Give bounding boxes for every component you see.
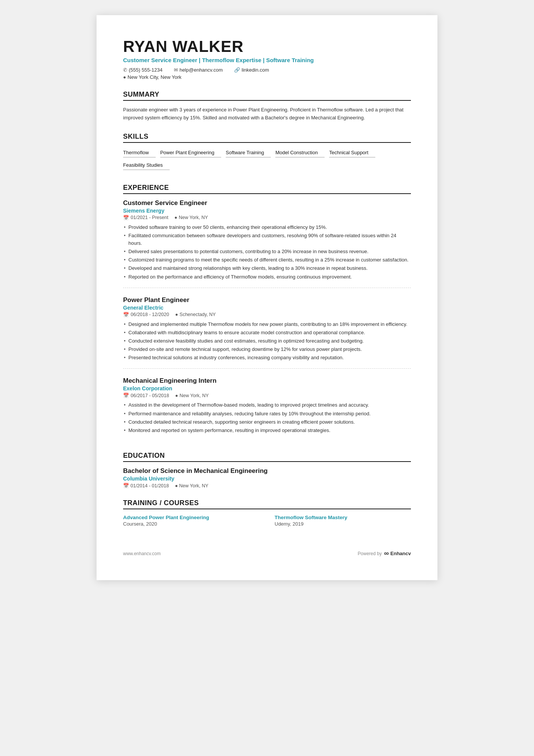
footer-website: www.enhancv.com <box>123 551 161 556</box>
job-3-bullet-3: Conducted detailed technical research, s… <box>123 418 411 426</box>
job-2-bullet-2: Collaborated with multidisciplinary team… <box>123 329 411 337</box>
experience-section-title: EXPERIENCE <box>123 184 411 194</box>
training-item-1: Advanced Power Plant Engineering Courser… <box>123 515 259 527</box>
calendar-icon-edu: 📅 <box>123 483 129 488</box>
powered-by-text: Powered by <box>358 551 382 556</box>
job-1-location: ● New York, NY <box>174 215 208 220</box>
job-3-bullet-2: Performed maintenance and reliability an… <box>123 410 411 418</box>
job-1: Customer Service Engineer Siemens Energy… <box>123 199 411 288</box>
edu-meta-location: ● New York, NY <box>175 483 208 488</box>
location-icon-1: ● <box>174 215 177 220</box>
training-2-title: Thermoflow Software Mastery <box>275 515 411 520</box>
linkedin-contact: 🔗 linkedin.com <box>234 67 269 73</box>
job-2-company: General Electric <box>123 305 411 311</box>
job-2-bullet-3: Conducted extensive feasibility studies … <box>123 337 411 345</box>
skills-section: SKILLS Thermoflow Power Plant Engineerin… <box>123 133 411 173</box>
header-location-row: ● New York City, New York <box>123 74 411 80</box>
location-icon-edu: ● <box>175 483 178 488</box>
job-1-bullet-3: Delivered sales presentations to potenti… <box>123 248 411 255</box>
training-section: TRAINING / COURSES Advanced Power Plant … <box>123 499 411 527</box>
job-1-company: Siemens Energy <box>123 208 411 214</box>
edu-school: Columbia University <box>123 476 411 482</box>
linkedin-value: linkedin.com <box>242 67 269 73</box>
training-section-title: TRAINING / COURSES <box>123 499 411 509</box>
job-2-bullet-4: Provided on-site and remote technical su… <box>123 346 411 353</box>
job-2-bullet-1: Designed and implemented multiple Thermo… <box>123 321 411 328</box>
summary-text: Passionate engineer with 3 years of expe… <box>123 106 411 122</box>
job-2-title: Power Plant Engineer <box>123 296 411 304</box>
candidate-name: RYAN WALKER <box>123 38 411 55</box>
job-2: Power Plant Engineer General Electric 📅 … <box>123 296 411 369</box>
skill-power-plant-engineering: Power Plant Engineering <box>160 148 221 158</box>
job-2-meta: 📅 06/2018 - 12/2020 ● Schenectady, NY <box>123 312 411 318</box>
job-1-bullets: Provided software training to over 50 cl… <box>123 224 411 281</box>
resume-header: RYAN WALKER Customer Service Engineer | … <box>123 38 411 80</box>
calendar-icon-2: 📅 <box>123 312 129 318</box>
brand-name: Enhancv <box>390 551 411 556</box>
job-1-bullet-2: Facilitated communication between softwa… <box>123 232 411 247</box>
resume-footer: www.enhancv.com Powered by ∞ Enhancv <box>123 549 411 557</box>
phone-contact: ✆ (555) 555-1234 <box>123 67 162 73</box>
job-1-bullet-6: Reported on the performance and efficien… <box>123 273 411 281</box>
job-3-bullets: Assisted in the development of Thermoflo… <box>123 401 411 434</box>
job-2-bullet-5: Presented technical solutions at industr… <box>123 354 411 362</box>
phone-value: (555) 555-1234 <box>129 67 162 73</box>
job-3-company: Exelon Corporation <box>123 385 411 391</box>
edu-degree: Bachelor of Science in Mechanical Engine… <box>123 467 411 475</box>
skill-feasibility-studies: Feasibility Studies <box>123 161 170 170</box>
calendar-icon-1: 📅 <box>123 215 129 221</box>
skill-technical-support: Technical Support <box>329 148 375 158</box>
training-grid: Advanced Power Plant Engineering Courser… <box>123 515 411 527</box>
job-1-meta: 📅 01/2021 - Present ● New York, NY <box>123 215 411 221</box>
email-icon: ✉ <box>174 67 178 73</box>
skills-list: Thermoflow Power Plant Engineering Softw… <box>123 148 411 173</box>
experience-section: EXPERIENCE Customer Service Engineer Sie… <box>123 184 411 441</box>
location-icon-2: ● <box>175 312 178 317</box>
skill-thermoflow: Thermoflow <box>123 148 156 158</box>
enhancv-logo: ∞ Enhancv <box>384 549 411 557</box>
location-contact: ● New York City, New York <box>123 74 181 80</box>
job-3-title: Mechanical Engineering Intern <box>123 377 411 385</box>
enhancv-logo-icon: ∞ <box>384 549 389 557</box>
job-3-location: ● New York, NY <box>175 393 209 398</box>
candidate-title: Customer Service Engineer | Thermoflow E… <box>123 57 411 63</box>
job-1-bullet-5: Developed and maintained strong relation… <box>123 265 411 272</box>
skill-software-training: Software Training <box>226 148 271 158</box>
calendar-icon-3: 📅 <box>123 393 129 398</box>
training-1-sub: Coursera, 2020 <box>123 521 259 527</box>
job-3-date: 📅 06/2017 - 05/2018 <box>123 393 169 398</box>
location-icon-3: ● <box>175 393 178 398</box>
training-1-title: Advanced Power Plant Engineering <box>123 515 259 520</box>
job-1-title: Customer Service Engineer <box>123 199 411 207</box>
summary-section: SUMMARY Passionate engineer with 3 years… <box>123 91 411 122</box>
edu-meta-date: 📅 01/2014 - 01/2018 <box>123 483 169 488</box>
education-section: EDUCATION Bachelor of Science in Mechani… <box>123 452 411 488</box>
edu-meta: 📅 01/2014 - 01/2018 ● New York, NY <box>123 483 411 488</box>
skill-model-construction: Model Construction <box>275 148 325 158</box>
phone-icon: ✆ <box>123 67 127 73</box>
job-2-location: ● Schenectady, NY <box>175 312 215 317</box>
education-section-title: EDUCATION <box>123 452 411 462</box>
summary-section-title: SUMMARY <box>123 91 411 101</box>
job-2-bullets: Designed and implemented multiple Thermo… <box>123 321 411 362</box>
location-value: New York City, New York <box>128 74 181 80</box>
training-item-2: Thermoflow Software Mastery Udemy, 2019 <box>275 515 411 527</box>
job-3: Mechanical Engineering Intern Exelon Cor… <box>123 377 411 441</box>
footer-brand: Powered by ∞ Enhancv <box>358 549 411 557</box>
email-value: help@enhancv.com <box>180 67 223 73</box>
job-1-bullet-1: Provided software training to over 50 cl… <box>123 224 411 231</box>
job-3-meta: 📅 06/2017 - 05/2018 ● New York, NY <box>123 393 411 398</box>
location-icon: ● <box>123 74 126 80</box>
link-icon: 🔗 <box>234 67 240 73</box>
header-contact: ✆ (555) 555-1234 ✉ help@enhancv.com 🔗 li… <box>123 67 411 73</box>
job-3-bullet-4: Monitored and reported on system perform… <box>123 427 411 434</box>
job-1-bullet-4: Customized training programs to meet the… <box>123 256 411 264</box>
training-2-sub: Udemy, 2019 <box>275 521 411 527</box>
email-contact: ✉ help@enhancv.com <box>174 67 223 73</box>
job-3-bullet-1: Assisted in the development of Thermoflo… <box>123 401 411 409</box>
skills-section-title: SKILLS <box>123 133 411 143</box>
resume-page: RYAN WALKER Customer Service Engineer | … <box>97 15 437 580</box>
job-1-date: 📅 01/2021 - Present <box>123 215 168 221</box>
job-2-date: 📅 06/2018 - 12/2020 <box>123 312 169 318</box>
